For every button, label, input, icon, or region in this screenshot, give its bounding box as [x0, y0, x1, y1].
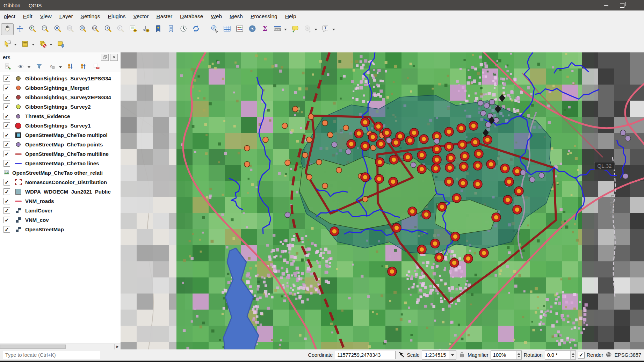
layer-item[interactable]: ✓VNM_roads: [0, 196, 121, 206]
menu-item-layer[interactable]: Layer: [56, 12, 77, 21]
collapse-all-button[interactable]: [77, 61, 90, 73]
filter-legend-button[interactable]: [33, 61, 45, 73]
menu-item-processing[interactable]: Processing: [247, 12, 281, 21]
new-spatial-bookmark-button[interactable]: [152, 23, 165, 35]
scrollbar-right-arrow[interactable]: ▶: [114, 344, 121, 349]
open-attribute-table-button[interactable]: [221, 23, 233, 35]
layer-label[interactable]: OpenStreetMap_CheTao other_relati: [12, 170, 103, 176]
layer-item[interactable]: ✓VNM_cov: [0, 215, 121, 225]
layer-label[interactable]: OpenStreetMap_CheTao multipol: [25, 132, 108, 138]
zoom-out-button[interactable]: [39, 23, 51, 35]
rotation-input[interactable]: [545, 352, 570, 359]
scale-combo[interactable]: 1:234515: [422, 350, 456, 360]
layer-visibility-checkbox[interactable]: ✓: [3, 188, 10, 195]
select-features-by-value-dropdown-icon[interactable]: [32, 44, 35, 45]
layer-item[interactable]: ✓OpenStreetMap_CheTao multipol: [0, 130, 121, 140]
locator-input[interactable]: [3, 351, 100, 359]
render-checkbox[interactable]: ✓: [578, 352, 585, 359]
float-panel-button[interactable]: [101, 54, 109, 61]
layer-label[interactable]: GibbonSightings_Survey1EPSG34: [25, 75, 111, 81]
zoom-to-selection-button[interactable]: [64, 23, 77, 35]
layer-label[interactable]: WDPA_WDOECM_Jun2021_Public: [25, 189, 111, 195]
layer-label[interactable]: Threats_Evidence: [25, 113, 70, 119]
menu-item-raster[interactable]: Raster: [152, 12, 176, 21]
zoom-last-button[interactable]: [102, 23, 114, 35]
close-panel-button[interactable]: [110, 54, 118, 61]
layer-label[interactable]: OpenStreetMap_CheTao lines: [25, 160, 99, 166]
layer-item[interactable]: ✓GibbonSightings_Survey2EPSG34: [0, 93, 121, 102]
select-features-by-value-button[interactable]: [19, 39, 31, 51]
layer-visibility-checkbox[interactable]: ✓: [3, 132, 10, 138]
layer-item[interactable]: ✓GibbonSightings_Survey1EPSG34: [0, 74, 121, 83]
menu-item-plugins[interactable]: Plugins: [104, 12, 130, 21]
zoom-native-button[interactable]: 1:1: [89, 23, 102, 35]
layer-visibility-checkbox[interactable]: ✓: [3, 122, 10, 129]
deselect-features-button[interactable]: [37, 39, 49, 51]
mouse-extent-icon[interactable]: [398, 351, 405, 359]
restore-button[interactable]: [614, 0, 630, 10]
manage-map-themes-dropdown-icon[interactable]: [28, 66, 30, 68]
layer-visibility-checkbox[interactable]: ✓: [3, 207, 10, 214]
menu-item-help[interactable]: Help: [281, 12, 300, 21]
layer-item[interactable]: ✓WDPA_WDOECM_Jun2021_Public: [0, 187, 121, 196]
menu-item-view[interactable]: View: [36, 12, 55, 21]
layer-label[interactable]: GibbonSightings_Survey2: [25, 104, 91, 110]
layer-visibility-checkbox[interactable]: ✓: [3, 103, 10, 110]
manage-map-themes-button[interactable]: [14, 61, 27, 73]
menu-item-settings[interactable]: Settings: [77, 12, 104, 21]
layer-label[interactable]: OpenStreetMap: [25, 226, 64, 232]
layer-label[interactable]: VNM_cov: [25, 217, 49, 223]
measure-line-button[interactable]: [271, 23, 284, 35]
layer-item[interactable]: ✓GibbonSightings_Survey2: [0, 102, 121, 111]
scrollbar-track[interactable]: [0, 344, 114, 349]
pan-to-selection-button[interactable]: [14, 23, 26, 35]
layer-visibility-checkbox[interactable]: ✓: [3, 160, 10, 167]
show-spatial-bookmarks-button[interactable]: [165, 23, 177, 35]
menu-item-oject[interactable]: oject: [0, 12, 19, 21]
rotation-spin-buttons[interactable]: [570, 351, 576, 359]
layer-label[interactable]: GibbonSightings_Merged: [25, 85, 89, 91]
new-map-view-button[interactable]: [127, 23, 139, 35]
temporal-controller-button[interactable]: [177, 23, 190, 35]
lock-scale-icon[interactable]: [458, 351, 465, 359]
menu-item-database[interactable]: Database: [176, 12, 207, 21]
select-by-location-button[interactable]: [55, 39, 67, 51]
globe-crs-icon[interactable]: [605, 351, 612, 359]
layer-visibility-checkbox[interactable]: ✓: [3, 113, 10, 120]
layer-item[interactable]: OpenStreetMap_CheTao other_relati: [0, 168, 121, 178]
zoom-full-button[interactable]: [51, 23, 64, 35]
layers-horizontal-scrollbar[interactable]: ▶: [0, 343, 121, 349]
minimize-button[interactable]: [598, 0, 614, 10]
menu-item-mesh[interactable]: Mesh: [226, 12, 247, 21]
statistical-summary-button[interactable]: [233, 23, 246, 35]
layer-item[interactable]: ✓NomascusConcolor_Distribution: [0, 178, 121, 187]
run-feature-action-dropdown-icon[interactable]: [314, 29, 317, 30]
filter-by-expression-button[interactable]: ε: [46, 61, 58, 73]
text-annotation-dropdown-icon[interactable]: [332, 29, 335, 30]
processing-toolbox-button[interactable]: [246, 23, 259, 35]
identify-features-button[interactable]: i: [208, 23, 221, 35]
select-features-button[interactable]: [1, 39, 14, 51]
layer-visibility-checkbox[interactable]: ✓: [3, 198, 10, 204]
layer-label[interactable]: GibbonSightings_Survey2EPSG34: [25, 94, 111, 100]
measure-line-dropdown-icon[interactable]: [284, 29, 287, 30]
layer-item[interactable]: ✓GibbonSightings_Survey1: [0, 121, 121, 130]
magnifier-spinbox[interactable]: [491, 350, 522, 360]
new-3d-map-view-button[interactable]: [139, 23, 152, 35]
coordinate-input[interactable]: [335, 351, 396, 359]
menu-item-edit[interactable]: Edit: [19, 12, 36, 21]
layer-visibility-checkbox[interactable]: ✓: [3, 151, 10, 157]
layer-label[interactable]: OpenStreetMap_CheTao points: [25, 142, 103, 147]
remove-layer-button[interactable]: [90, 61, 103, 73]
run-feature-action-button[interactable]: [302, 23, 314, 35]
layer-label[interactable]: NomascusConcolor_Distribution: [25, 179, 107, 185]
layer-visibility-checkbox[interactable]: ✓: [3, 217, 10, 223]
layer-label[interactable]: LandCover: [25, 208, 52, 213]
magnifier-spin-buttons[interactable]: [516, 351, 521, 359]
layer-label[interactable]: OpenStreetMap_CheTao multiline: [25, 151, 109, 157]
layer-visibility-checkbox[interactable]: ✓: [3, 85, 10, 91]
expand-all-button[interactable]: [64, 61, 77, 73]
layer-label[interactable]: VNM_roads: [25, 198, 54, 204]
layer-visibility-checkbox[interactable]: ✓: [3, 141, 10, 148]
show-statistics-button[interactable]: Σ: [259, 23, 271, 35]
